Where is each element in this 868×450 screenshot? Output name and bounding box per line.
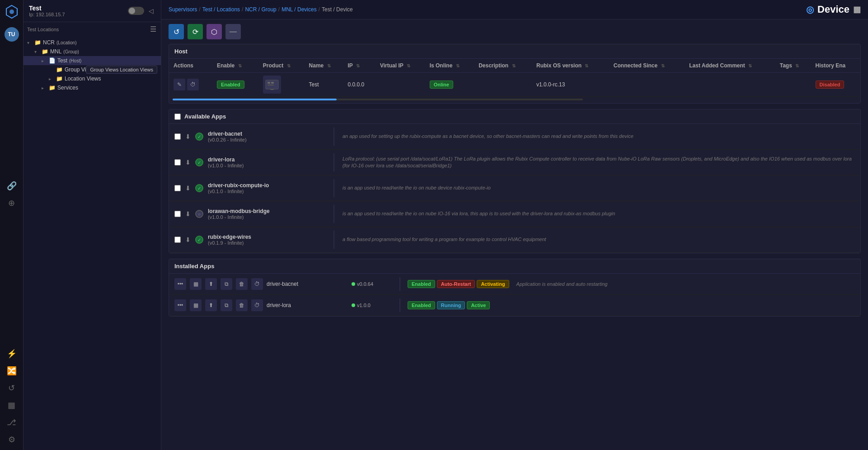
host-product-image xyxy=(263,76,281,94)
chevron-test: ▸ xyxy=(42,58,47,63)
status-dot-lorawan-modbus-bridge: ○ xyxy=(195,210,203,218)
installed-timer-driver-bacnet[interactable]: ⏱ xyxy=(251,278,263,290)
app-row-driver-bacnet: ⬇ ✓ driver-bacnet (v0.0.26 - Infinite) a… xyxy=(169,124,860,150)
folder-icon-services: 📁 xyxy=(49,85,56,91)
installed-apps-header: Installed Apps xyxy=(169,259,860,274)
settings-icon[interactable]: ⚙ xyxy=(6,433,17,446)
download-icon-driver-lora[interactable]: ⬇ xyxy=(185,159,191,166)
app-checkbox-lorawan-modbus-bridge[interactable] xyxy=(174,211,181,217)
installed-trash-driver-lora[interactable]: 🗑 xyxy=(236,299,248,311)
host-section-title: Host xyxy=(169,44,860,59)
sidebar-host-ip: Ip: 192.168.15.7 xyxy=(29,12,65,17)
sidebar-toggle[interactable] xyxy=(128,7,144,15)
app-version-driver-rubix-compute-io: (v0.1.0 - Infinite) xyxy=(208,189,325,194)
installed-table-driver-bacnet[interactable]: ▦ xyxy=(190,278,202,290)
app-info-lorawan-modbus-bridge: lorawan-modbus-bridge (v1.0.0 - Infinite… xyxy=(208,208,325,220)
clock-host-button[interactable]: ⏱ xyxy=(187,79,199,90)
inst-divider-2 xyxy=(399,298,400,312)
host-virtual-ip xyxy=(375,73,425,97)
app-info-driver-lora: driver-lora (v1.0.0 - Infinite) xyxy=(208,156,325,168)
installed-trash-driver-bacnet[interactable]: 🗑 xyxy=(236,278,248,290)
app-info-driver-bacnet: driver-bacnet (v0.0.26 - Infinite) xyxy=(208,131,325,142)
link-icon[interactable]: 🔗 xyxy=(5,179,19,193)
installed-export-driver-bacnet[interactable]: ⬆ xyxy=(205,278,217,290)
app-info-driver-rubix-compute-io: driver-rubix-compute-io (v0.1.0 - Infini… xyxy=(208,182,325,194)
sidebar-collapse-button[interactable]: ◁ xyxy=(147,6,155,15)
add-icon[interactable]: ⊕ xyxy=(6,196,17,210)
svg-rect-4 xyxy=(271,82,274,84)
installed-timer-driver-lora[interactable]: ⏱ xyxy=(251,299,263,311)
app-checkbox-driver-rubix-compute-io[interactable] xyxy=(174,185,181,191)
lightning-icon[interactable]: ⚡ xyxy=(5,347,19,360)
status-dot-driver-rubix-compute-io: ✓ xyxy=(195,184,203,192)
mnl-badge: (Group) xyxy=(63,49,79,54)
folder-icon-group-views: 📁 xyxy=(56,66,63,73)
location-views-label: Location Views xyxy=(65,76,101,82)
inst-divider-1 xyxy=(399,277,400,291)
refresh-icon[interactable]: ↺ xyxy=(6,381,17,395)
grid-icon[interactable]: ▦ xyxy=(6,398,17,412)
breadcrumb-test-locations[interactable]: Test / Locations xyxy=(202,6,240,13)
user-avatar[interactable]: TU xyxy=(5,27,19,42)
installed-dots-driver-bacnet[interactable]: ••• xyxy=(174,278,186,290)
app-name-rubix-edge-wires: rubix-edge-wires xyxy=(208,234,325,240)
app-checkbox-rubix-edge-wires[interactable] xyxy=(174,237,181,243)
download-icon-driver-rubix-compute-io[interactable]: ⬇ xyxy=(185,185,191,192)
app-checkbox-driver-bacnet[interactable] xyxy=(174,133,181,140)
version-dot-driver-bacnet xyxy=(352,282,355,286)
flow-icon[interactable]: 🔀 xyxy=(5,364,19,378)
target-icon: ◎ xyxy=(806,4,814,15)
app-logo xyxy=(4,4,20,20)
app-divider-4 xyxy=(333,205,334,223)
main-content: Supervisors / Test / Locations / NCR / G… xyxy=(161,0,868,450)
status-dot-rubix-edge-wires: ✓ xyxy=(195,236,203,244)
available-apps-title: Available Apps xyxy=(184,113,226,120)
git-icon[interactable]: ⎇ xyxy=(5,416,18,429)
available-apps-header: Available Apps xyxy=(169,109,860,124)
app-desc-rubix-edge-wires: a flow based programming tool for writin… xyxy=(343,236,855,243)
folder-icon-mnl: 📁 xyxy=(42,48,48,55)
sidebar-item-location-views[interactable]: ▸ 📁 Location Views xyxy=(23,74,161,83)
sync-button[interactable]: ⟳ xyxy=(188,24,203,39)
breadcrumb-mnl-devices[interactable]: MNL / Devices xyxy=(282,6,317,13)
select-all-apps-checkbox[interactable] xyxy=(174,114,181,120)
chevron-location-views: ▸ xyxy=(49,76,54,81)
app-checkbox-driver-lora[interactable] xyxy=(174,159,181,166)
installed-copy-driver-lora[interactable]: ⧉ xyxy=(221,299,232,311)
download-icon-lorawan-modbus-bridge[interactable]: ⬇ xyxy=(185,210,191,218)
installed-dots-driver-lora[interactable]: ••• xyxy=(174,299,186,311)
sidebar-item-ncr[interactable]: ▾ 📁 NCR (Location) xyxy=(23,38,161,47)
settings-button[interactable]: ⬡ xyxy=(206,24,222,39)
download-icon-driver-bacnet[interactable]: ⬇ xyxy=(185,133,191,140)
svg-rect-3 xyxy=(267,82,270,84)
refresh-button[interactable]: ↺ xyxy=(169,24,184,39)
app-divider-1 xyxy=(333,128,334,146)
sidebar-header: Test Ip: 192.168.15.7 ◁ xyxy=(23,0,161,22)
sidebar-item-mnl[interactable]: ▾ 📁 MNL (Group) xyxy=(23,47,161,56)
breadcrumb-ncr-group[interactable]: NCR / Group xyxy=(245,6,276,13)
installed-table-driver-lora[interactable]: ▦ xyxy=(190,299,202,311)
host-product xyxy=(258,73,305,97)
installed-apps-section: Installed Apps ••• ▦ ⬆ ⧉ 🗑 ⏱ driver-bacn… xyxy=(169,259,861,317)
installed-row-driver-lora: ••• ▦ ⬆ ⧉ 🗑 ⏱ driver-lora v1.0.0 Enabled… xyxy=(169,295,860,316)
scrollable-content[interactable]: Host Actions Enable ⇅ Product ⇅ Name ⇅ I… xyxy=(161,44,868,450)
installed-copy-driver-bacnet[interactable]: ⧉ xyxy=(221,278,232,290)
status-dot-driver-bacnet: ✓ xyxy=(195,133,203,141)
installed-version-driver-bacnet: v0.0.64 xyxy=(352,281,392,287)
available-apps-section: Available Apps ⬇ ✓ driver-bacnet (v0.0.2… xyxy=(169,109,861,253)
app-desc-driver-bacnet: an app used for setting up the rubix-com… xyxy=(343,133,855,140)
badge-active-driver-lora: Active xyxy=(467,301,490,309)
more-button[interactable]: — xyxy=(225,24,241,39)
col-description: Description ⇅ xyxy=(474,59,532,73)
tree-menu-button[interactable]: ☰ xyxy=(149,24,157,34)
breadcrumb-supervisors[interactable]: Supervisors xyxy=(169,6,197,13)
download-icon-rubix-edge-wires[interactable]: ⬇ xyxy=(185,236,191,243)
sidebar-item-test-host[interactable]: ▸ 📄 Test (Host) xyxy=(23,56,161,65)
sidebar-item-group-views[interactable]: 📁 Group Views Group Views Location Views xyxy=(23,65,161,74)
sidebar-item-services[interactable]: ▸ 📁 Services xyxy=(23,83,161,92)
edit-host-button[interactable]: ✎ xyxy=(174,79,185,90)
host-ip: 0.0.0.0 xyxy=(343,73,375,97)
app-version-driver-bacnet: (v0.0.26 - Infinite) xyxy=(208,137,325,142)
app-desc-lorawan-modbus-bridge: is an app used to read/write the io on n… xyxy=(343,210,855,217)
installed-export-driver-lora[interactable]: ⬆ xyxy=(205,299,217,311)
